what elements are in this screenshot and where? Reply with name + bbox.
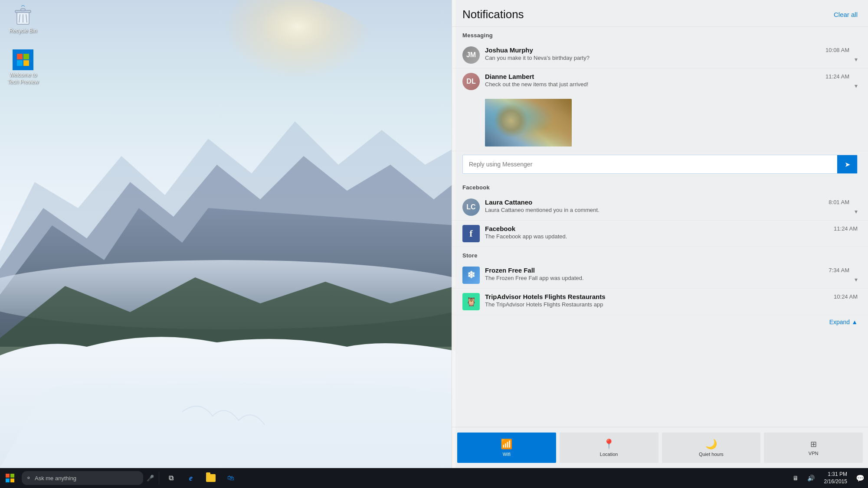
recycle-bin-icon[interactable]: Recycle Bin — [3, 3, 43, 36]
taskbar: ⚬ Ask me anything 🎤 ⧉ e 🛍 🖥 🔊 1:31 PM 2/… — [0, 468, 868, 488]
taskbar-right: 🖥 🔊 1:31 PM 2/16/2015 💬 — [788, 468, 868, 488]
tripadvisor-message: The TripAdvisor Hotels Flights Restauran… — [485, 301, 858, 308]
frozen-name: Frozen Free Fall — [485, 267, 535, 274]
qs-vpn-label: VPN — [809, 451, 819, 456]
reply-box: ➤ — [462, 155, 858, 174]
notification-item-expanded[interactable]: DL Dianne Lambert 11:24 AM Check out the… — [452, 68, 868, 151]
laura-cattaneo-message: Laura Cattaneo mentioned you in a commen… — [485, 207, 849, 213]
location-icon: 📍 — [603, 439, 615, 450]
store-button[interactable]: 🛍 — [221, 468, 241, 488]
notification-center-icon: 💬 — [856, 474, 865, 482]
store-section: Store Frozen Free Fall 7:34 AM The Froze… — [452, 247, 868, 315]
ie-icon: e — [189, 474, 193, 483]
qs-tile-vpn[interactable]: ⊞ VPN — [764, 433, 863, 463]
desktop: Recycle Bin Welcome toTech Preview — [0, 0, 455, 468]
chevron-down-icon: ▾ — [855, 56, 858, 63]
expand-button[interactable]: Expand ▲ — [452, 315, 868, 329]
file-explorer-button[interactable] — [201, 468, 221, 488]
windows-logo-icon — [13, 49, 33, 70]
tripadvisor-content: TripAdvisor Hotels Flights Restaurants 1… — [485, 293, 858, 308]
messaging-section-title: Messaging — [452, 27, 868, 42]
notification-title: Notifications — [462, 8, 524, 21]
wifi-icon: 📶 — [501, 439, 512, 450]
qs-tile-quiet-hours[interactable]: 🌙 Quiet hours — [662, 433, 761, 463]
notification-item[interactable]: 🦉 TripAdvisor Hotels Flights Restaurants… — [452, 289, 868, 315]
frozen-content: Frozen Free Fall 7:34 AM The Frozen Free… — [485, 267, 849, 281]
facebook-app-content: Facebook 11:24 AM The Facebook app was u… — [485, 225, 858, 240]
facebook-section: Facebook LC Laura Cattaneo 8:01 AM Laura… — [452, 179, 868, 247]
windows-logo-icon — [6, 474, 14, 482]
joshua-murphy-avatar: JM — [462, 46, 480, 64]
send-icon: ➤ — [845, 160, 850, 169]
dianne-lambert-name: Dianne Lambert — [485, 73, 534, 80]
chevron-down-icon: ▾ — [855, 276, 858, 283]
notification-item[interactable]: f Facebook 11:24 AM The Facebook app was… — [452, 221, 868, 247]
joshua-murphy-content: Joshua Murphy 10:08 AM Can you make it t… — [485, 46, 849, 61]
tech-preview-label: Welcome toTech Preview — [7, 72, 38, 85]
notifications-tray-button[interactable]: 💬 — [852, 468, 868, 488]
frozen-time: 7:34 AM — [829, 267, 849, 273]
chevron-down-icon: ▾ — [855, 208, 858, 215]
internet-explorer-button[interactable]: e — [181, 468, 201, 488]
joshua-murphy-name: Joshua Murphy — [485, 46, 533, 54]
task-view-icon: ⧉ — [169, 474, 174, 482]
messaging-section: Messaging JM Joshua Murphy 10:08 AM Can … — [452, 27, 868, 179]
svg-point-1 — [152, 0, 395, 169]
microphone-button[interactable]: 🎤 — [143, 471, 157, 485]
task-view-button[interactable]: ⧉ — [161, 468, 181, 488]
reply-send-button[interactable]: ➤ — [837, 155, 857, 173]
start-button[interactable] — [0, 468, 20, 488]
clear-all-button[interactable]: Clear all — [834, 11, 858, 18]
notification-item[interactable]: JM Joshua Murphy 10:08 AM Can you make i… — [452, 42, 868, 68]
quiet-hours-icon: 🌙 — [705, 439, 717, 450]
joshua-murphy-message: Can you make it to Neva's birthday party… — [485, 55, 849, 61]
dianne-lambert-content: Dianne Lambert 11:24 AM Check out the ne… — [485, 73, 849, 88]
notification-item[interactable]: LC Laura Cattaneo 8:01 AM Laura Cattaneo… — [452, 194, 868, 221]
vpn-icon: ⊞ — [810, 439, 817, 449]
store-icon: 🛍 — [227, 474, 234, 482]
clock[interactable]: 1:31 PM 2/16/2015 — [819, 468, 852, 488]
dianne-lambert-message: Check out the new items that just arrive… — [485, 81, 849, 88]
search-bar[interactable]: ⚬ Ask me anything — [22, 471, 143, 485]
network-icon: 🖥 — [793, 475, 799, 481]
expand-chevron-icon: ▲ — [852, 319, 858, 325]
search-icon: ⚬ — [26, 475, 31, 481]
network-tray-icon[interactable]: 🖥 — [788, 468, 803, 488]
search-placeholder: Ask me anything — [35, 475, 76, 481]
qs-location-label: Location — [600, 452, 618, 457]
notification-item[interactable]: Frozen Free Fall 7:34 AM The Frozen Free… — [452, 262, 868, 289]
notification-header: Notifications Clear all — [452, 0, 868, 27]
tripadvisor-name: TripAdvisor Hotels Flights Restaurants — [485, 293, 606, 300]
frozen-message: The Frozen Free Fall app was updated. — [485, 275, 849, 281]
qs-tile-location[interactable]: 📍 Location — [560, 433, 658, 463]
qs-wifi-label: Wifi — [503, 452, 511, 457]
clock-date: 2/16/2015 — [824, 478, 847, 485]
reply-input[interactable] — [463, 156, 837, 172]
expand-label: Expand — [829, 319, 850, 325]
file-explorer-icon — [206, 474, 216, 482]
laura-cattaneo-name: Laura Cattaneo — [485, 198, 532, 206]
quick-settings-panel: 📶 Wifi 📍 Location 🌙 Quiet hours ⊞ VPN — [452, 427, 868, 468]
message-image-preview — [485, 99, 572, 146]
chevron-up-icon: ▾ — [855, 82, 858, 89]
facebook-section-title: Facebook — [452, 179, 868, 194]
laura-cattaneo-avatar: LC — [462, 198, 480, 216]
dianne-lambert-time: 11:24 AM — [825, 73, 849, 80]
joshua-murphy-time: 10:08 AM — [825, 47, 849, 53]
laura-cattaneo-time: 8:01 AM — [829, 199, 849, 205]
clock-time: 1:31 PM — [828, 471, 847, 478]
dianne-lambert-avatar: DL — [462, 73, 480, 90]
taskbar-separator — [159, 472, 159, 485]
microphone-icon: 🎤 — [147, 475, 154, 481]
qs-tile-wifi[interactable]: 📶 Wifi — [457, 433, 556, 463]
volume-icon: 🔊 — [807, 475, 815, 481]
frozen-app-icon — [462, 267, 480, 284]
facebook-app-time: 11:24 AM — [834, 225, 858, 232]
tech-preview-icon[interactable]: Welcome toTech Preview — [3, 48, 43, 87]
facebook-app-message: The Facebook app was updated. — [485, 233, 858, 240]
tripadvisor-time: 10:24 AM — [834, 293, 858, 300]
recycle-bin-label: Recycle Bin — [9, 28, 36, 35]
facebook-app-name: Facebook — [485, 225, 515, 232]
tripadvisor-app-icon: 🦉 — [462, 293, 480, 310]
volume-tray-icon[interactable]: 🔊 — [803, 468, 819, 488]
